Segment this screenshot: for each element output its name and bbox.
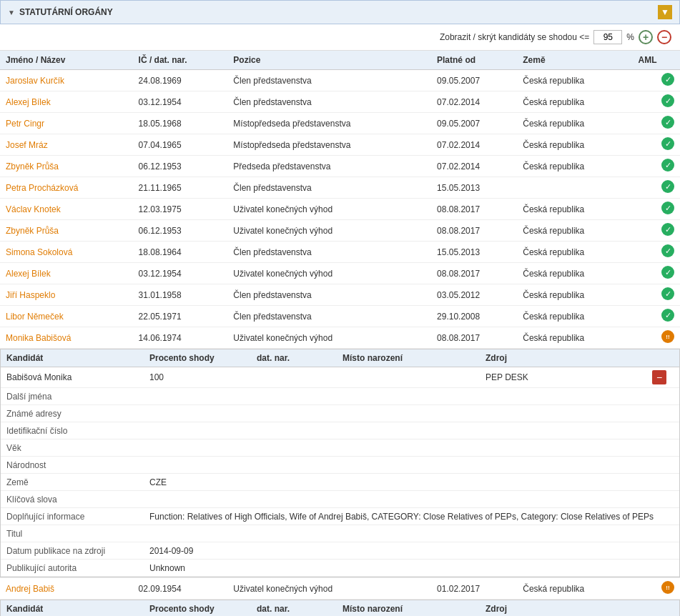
- filter-row: Zobrazit / skrýt kandidáty se shodou <= …: [0, 24, 680, 51]
- triangle-icon: ▼: [8, 9, 15, 16]
- section-title: STATUTÁRNÍ ORGÁNY: [19, 7, 113, 17]
- person-name-link[interactable]: Petra Procházková: [6, 183, 78, 193]
- monika-candidate-row: Babišová Monika100PEP DESK−: [1, 367, 679, 388]
- th-valid-from: Platné od: [431, 51, 517, 70]
- table-row[interactable]: Simona Sokolová18.08.1964Člen představen…: [0, 242, 680, 263]
- aml-badge: [661, 159, 674, 172]
- andrej-detail-container: KandidátProcento shodydat. nar.Místo nar…: [0, 600, 680, 616]
- person-name-link[interactable]: Simona Sokolová: [6, 247, 72, 257]
- monika-detail-container: KandidátProcento shodydat. nar.Místo nar…: [0, 349, 680, 577]
- th-country: Země: [517, 51, 632, 70]
- aml-badge: [661, 330, 674, 343]
- section-header-right: ▼: [658, 5, 672, 19]
- filter-minus-button[interactable]: −: [657, 30, 671, 44]
- person-name-link[interactable]: Zbyněk Průša: [6, 162, 59, 172]
- aml-badge: [661, 266, 674, 279]
- monika-info-row: Věk: [1, 439, 679, 457]
- table-row[interactable]: Libor Němeček22.05.1971Člen představenst…: [0, 306, 680, 327]
- table-row[interactable]: Andrej Babiš02.09.1954Uživatel konečných…: [0, 578, 680, 600]
- collapse-icon: ▼: [661, 7, 669, 17]
- percent-label: %: [626, 32, 634, 42]
- aml-badge: [661, 287, 674, 300]
- table-row[interactable]: Josef Mráz07.04.1965Místopředseda předst…: [0, 134, 680, 156]
- andrej-detail-header-row: KandidátProcento shodydat. nar.Místo nar…: [0, 600, 680, 617]
- filter-label: Zobrazit / skrýt kandidáty se shodou <=: [440, 32, 589, 42]
- section-header: ▼ STATUTÁRNÍ ORGÁNY ▼: [0, 0, 680, 24]
- person-name-link[interactable]: Petr Cingr: [6, 119, 44, 129]
- person-name-link[interactable]: Alexej Bílek: [6, 269, 51, 279]
- aml-badge: [661, 180, 674, 193]
- monika-info-row: Idetifikační číslo: [1, 422, 679, 439]
- person-name-link[interactable]: Libor Němeček: [6, 312, 64, 322]
- th-name: Jméno / Název: [0, 51, 133, 70]
- monika-remove-button[interactable]: −: [652, 370, 666, 384]
- monika-detail-header: KandidátProcento shodydat. nar.Místo nar…: [1, 349, 679, 367]
- aml-badge: [661, 73, 674, 86]
- aml-badge: [661, 223, 674, 236]
- person-name-link[interactable]: Zbyněk Průša: [6, 226, 59, 236]
- filter-plus-button[interactable]: +: [639, 30, 653, 44]
- collapse-button[interactable]: ▼: [658, 5, 672, 19]
- person-name-link[interactable]: Josef Mráz: [6, 140, 48, 150]
- table-header-row: Jméno / Název IČ / dat. nar. Pozice Plat…: [0, 51, 680, 70]
- th-position: Pozice: [227, 51, 431, 70]
- aml-badge: [661, 202, 674, 214]
- monika-info-row: ZeměCZE: [1, 474, 679, 491]
- section-title-group: ▼ STATUTÁRNÍ ORGÁNY: [8, 7, 113, 17]
- monika-info-row: Datum publikace na zdroji2014-09-09: [1, 542, 679, 560]
- monika-info-row: Národnost: [1, 457, 679, 474]
- person-name-link[interactable]: Václav Knotek: [6, 204, 61, 214]
- main-container: ▼ STATUTÁRNÍ ORGÁNY ▼ Zobrazit / skrýt k…: [0, 0, 680, 616]
- person-name-link[interactable]: Alexej Bílek: [6, 97, 51, 107]
- th-aml: AML: [633, 51, 680, 70]
- th-ic: IČ / dat. nar.: [133, 51, 228, 70]
- table-row[interactable]: Zbyněk Průša06.12.1953Uživatel konečných…: [0, 220, 680, 242]
- table-row[interactable]: Monika Babišová14.06.1974Uživatel konečn…: [0, 327, 680, 349]
- monika-info-row: Další jména: [1, 388, 679, 405]
- table-row[interactable]: Václav Knotek12.03.1975Uživatel konečnýc…: [0, 199, 680, 220]
- table-row[interactable]: Zbyněk Průša06.12.1953Předseda představe…: [0, 156, 680, 177]
- main-table: Jméno / Název IČ / dat. nar. Pozice Plat…: [0, 51, 680, 616]
- table-row[interactable]: Petr Cingr18.05.1968Místopředseda předst…: [0, 113, 680, 134]
- monika-info-row: Známé adresy: [1, 405, 679, 422]
- table-row[interactable]: Jiří Haspeklo31.01.1958Člen představenst…: [0, 284, 680, 306]
- table-row[interactable]: Petra Procházková21.11.1965Člen představ…: [0, 177, 680, 199]
- aml-badge: [661, 116, 674, 129]
- table-row[interactable]: Alexej Bílek03.12.1954Člen představenstv…: [0, 91, 680, 113]
- aml-badge: [661, 581, 674, 594]
- monika-info-row: Titul: [1, 525, 679, 542]
- filter-input[interactable]: [593, 30, 622, 44]
- person-name-link[interactable]: Monika Babišová: [6, 333, 71, 343]
- aml-badge: [661, 244, 674, 257]
- aml-badge: [661, 137, 674, 150]
- table-row[interactable]: Jaroslav Kurčík24.08.1969Člen představen…: [0, 70, 680, 91]
- person-name-link[interactable]: Jiří Haspeklo: [6, 290, 55, 300]
- andrej-detail-header: KandidátProcento shodydat. nar.Místo nar…: [1, 600, 679, 616]
- monika-info-row: Doplňující informaceFunction: Relatives …: [1, 508, 679, 525]
- monika-info-row: Klíčová slova: [1, 491, 679, 508]
- monika-info-row: Publikující autoritaUnknown: [1, 560, 679, 577]
- andrej-name-link[interactable]: Andrej Babiš: [6, 584, 54, 594]
- monika-detail-header-row: KandidátProcento shodydat. nar.Místo nar…: [0, 349, 680, 578]
- person-name-link[interactable]: Jaroslav Kurčík: [6, 76, 64, 86]
- table-row[interactable]: Alexej Bílek03.12.1954Uživatel konečných…: [0, 263, 680, 284]
- aml-badge: [661, 309, 674, 322]
- aml-badge: [661, 94, 674, 107]
